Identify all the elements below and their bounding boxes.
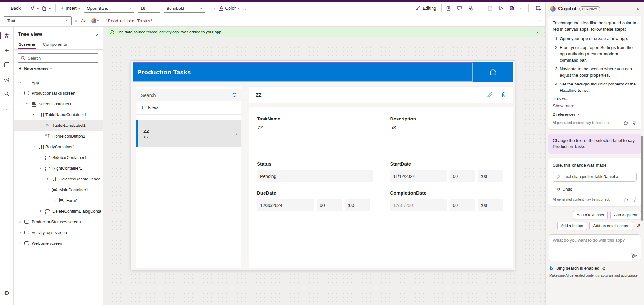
- tree-item-rightcontainer1[interactable]: › RightContainer1: [14, 163, 103, 173]
- paste-icon[interactable]: [42, 6, 47, 11]
- tab-screens[interactable]: Screens: [18, 40, 36, 49]
- tree-item-tablenamecontainer1[interactable]: › TableNameContainer1: [14, 109, 103, 120]
- tab-components[interactable]: Components: [42, 40, 68, 49]
- chevron-right-icon[interactable]: ›: [39, 155, 43, 160]
- tree-item-productiontasks-screen[interactable]: › ProductionTasks screen: [14, 88, 103, 98]
- app-monitor-icon[interactable]: [468, 6, 473, 11]
- chevron-down-icon[interactable]: ›: [32, 145, 36, 149]
- tree-item-activitylogs-screen[interactable]: › ActivityLogs screen: [14, 227, 103, 238]
- record-search-box[interactable]: [136, 89, 242, 101]
- chevron-down-icon[interactable]: ›: [39, 166, 43, 170]
- app-screen[interactable]: Production Tasks + New ZZ aS ›: [131, 61, 515, 270]
- send-button[interactable]: [631, 253, 637, 259]
- font-weight-select[interactable]: Semibold ›: [164, 4, 205, 13]
- startdate-minute-input[interactable]: :00: [478, 170, 503, 182]
- chevron-down-icon[interactable]: ›: [36, 7, 40, 9]
- chevron-down-icon[interactable]: ›: [48, 7, 52, 9]
- duedate-hour-input[interactable]: 00: [317, 199, 342, 211]
- chevron-down-icon[interactable]: ›: [213, 7, 217, 9]
- toolbar-overflow-button[interactable]: …: [243, 6, 248, 11]
- preview-play-icon[interactable]: [498, 6, 504, 11]
- startdate-hour-input[interactable]: 00: [450, 170, 475, 182]
- show-more-link[interactable]: Show more: [553, 103, 637, 108]
- chevron-right-icon[interactable]: ›: [18, 220, 22, 224]
- chevron-down-icon[interactable]: ›: [519, 7, 523, 9]
- chevron-right-icon[interactable]: ›: [18, 241, 22, 245]
- comments-icon[interactable]: [457, 6, 462, 11]
- new-record-button[interactable]: + New: [136, 101, 242, 115]
- close-icon[interactable]: ×: [96, 32, 98, 37]
- publish-icon[interactable]: [536, 6, 541, 11]
- close-icon[interactable]: ×: [637, 6, 640, 12]
- font-size-input[interactable]: 16: [138, 4, 160, 13]
- close-icon[interactable]: ×: [536, 30, 539, 35]
- tree-item-form1[interactable]: › ✎ Form1: [14, 195, 103, 206]
- editing-mode-button[interactable]: Editing: [415, 4, 437, 12]
- tree-item-welcome-screen[interactable]: › Welcome screen: [14, 238, 103, 249]
- tree-item-sidebarcontainer1[interactable]: › SidebarContainer1: [14, 152, 103, 163]
- rail-data-button[interactable]: [2, 60, 12, 70]
- completiondate-date-input[interactable]: 12/31/2001: [390, 199, 447, 211]
- suggestion-add-text-label[interactable]: Add a text label: [573, 211, 608, 219]
- insert-button[interactable]: + Insert ›: [60, 4, 81, 13]
- formula-expand-chevron-icon[interactable]: ›: [539, 20, 543, 21]
- tree-item-screencontainer1[interactable]: › ScreenContainer1: [14, 98, 103, 109]
- duedate-minute-input[interactable]: :00: [345, 199, 370, 211]
- tree-search-box[interactable]: [18, 53, 98, 63]
- save-icon[interactable]: [509, 6, 514, 11]
- tree-item-selectedrecordheader[interactable]: › SelectedRecordHeader...: [14, 173, 103, 184]
- formula-copilot-button[interactable]: ›: [89, 17, 102, 25]
- thumbs-down-icon[interactable]: [632, 197, 637, 202]
- edit-record-button[interactable]: [487, 91, 493, 98]
- suggestion-add-email-screen[interactable]: Add an email screen: [589, 222, 633, 230]
- rail-settings-button[interactable]: ⚙: [2, 288, 12, 298]
- text-alignment-icon[interactable]: ≡: [208, 5, 212, 11]
- taskname-value[interactable]: ZZ: [257, 125, 373, 139]
- chevron-right-icon[interactable]: ›: [18, 80, 22, 85]
- undo-button[interactable]: ↺ Undo: [553, 185, 576, 193]
- gear-icon[interactable]: ⚙: [602, 266, 606, 271]
- new-screen-button[interactable]: + New screen ›: [14, 63, 103, 75]
- rail-search-button[interactable]: [2, 89, 12, 99]
- home-button[interactable]: [473, 62, 513, 82]
- description-value[interactable]: aS: [390, 125, 506, 139]
- chevron-down-icon[interactable]: ›: [18, 91, 22, 95]
- formula-input[interactable]: "Production Tasks": [105, 18, 537, 23]
- chevron-right-icon[interactable]: ›: [18, 231, 22, 235]
- chevron-right-icon[interactable]: ›: [46, 177, 50, 181]
- rail-more-button[interactable]: …: [2, 103, 12, 113]
- tree-item-tablenamelabel1[interactable]: › ✎ TableNameLabel1: [14, 120, 103, 131]
- copilot-input-box[interactable]: [549, 234, 641, 261]
- change-summary-button[interactable]: Text changed for TableNameLa...: [553, 172, 637, 182]
- property-select[interactable]: Text ›: [4, 16, 72, 25]
- thumbs-down-icon[interactable]: [632, 120, 637, 125]
- color-button[interactable]: A Color ›: [219, 4, 240, 12]
- rail-insert-button[interactable]: +: [2, 45, 12, 55]
- app-checker-icon[interactable]: [446, 6, 451, 11]
- chevron-down-icon[interactable]: ›: [46, 188, 50, 191]
- tree-item-productionstatuses-screen[interactable]: › ProductionStatuses screen: [14, 216, 103, 227]
- tree-item-app[interactable]: › App: [14, 77, 103, 88]
- tree-item-deleteconfirmdialog[interactable]: › DeleteConfirmDialogConta...: [14, 206, 103, 216]
- duedate-date-input[interactable]: 12/30/2024: [257, 199, 314, 211]
- font-family-select[interactable]: Open Sans ›: [84, 4, 134, 13]
- chevron-down-icon[interactable]: ›: [25, 102, 29, 106]
- tree-search-input[interactable]: [27, 56, 96, 61]
- back-button[interactable]: ← Back: [4, 4, 21, 12]
- undo-icon[interactable]: ↺: [30, 5, 35, 11]
- refresh-suggestions-icon[interactable]: ↺: [635, 223, 641, 229]
- chevron-down-icon[interactable]: ›: [32, 113, 36, 116]
- references-toggle[interactable]: 2 references ›: [553, 112, 637, 117]
- completiondate-minute-input[interactable]: :00: [478, 199, 503, 211]
- copilot-input[interactable]: [549, 235, 641, 261]
- record-search-input[interactable]: [140, 92, 232, 98]
- startdate-date-input[interactable]: 11/12/2024: [390, 170, 447, 182]
- suggestion-add-gallery[interactable]: Add a gallery: [610, 211, 641, 219]
- table-name-label-selected[interactable]: Production Tasks: [133, 62, 473, 82]
- record-list-item[interactable]: ZZ aS ›: [136, 120, 242, 147]
- copilot-scrollbar[interactable]: [641, 136, 643, 221]
- tree-item-maincontainer1[interactable]: › MainContainer1: [14, 184, 103, 195]
- status-input[interactable]: Pending: [257, 170, 373, 182]
- tree-item-bodycontainer1[interactable]: › BodyContainer1: [14, 141, 103, 152]
- share-icon[interactable]: [487, 6, 493, 11]
